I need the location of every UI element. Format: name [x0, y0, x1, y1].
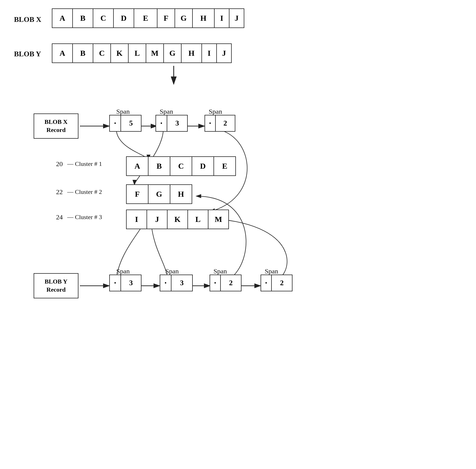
span-y2-label: Span	[165, 268, 179, 275]
blob-x-cell-a: A	[52, 8, 73, 28]
span-x2-label: Span	[160, 108, 173, 115]
blob-x-cell-e: E	[134, 8, 157, 28]
cluster2-label: — Cluster # 2	[67, 188, 102, 196]
cluster1-ref: 20	[56, 160, 63, 168]
span-y3-box: • 2	[210, 275, 242, 291]
blob-y-cell-l: L	[128, 43, 146, 63]
blob-y-cell-i: I	[201, 43, 217, 63]
cluster1-label: — Cluster # 1	[67, 160, 102, 168]
blob-x-cell-i: I	[214, 8, 229, 28]
blob-y-cell-b: B	[72, 43, 93, 63]
span-x1-label: Span	[116, 108, 130, 115]
cluster1-row: A B C D E	[126, 156, 236, 176]
blob-x-cell-j: J	[229, 8, 244, 28]
span-y4-box: • 2	[261, 275, 292, 291]
blob-y-cell-h: H	[181, 43, 202, 63]
blob-x-label: BLOB X	[14, 15, 41, 24]
span-x2-box: • 3	[155, 115, 188, 132]
blob-x-cell-g: G	[175, 8, 193, 28]
span-y1-box: • 3	[109, 275, 141, 291]
blob-y-cell-g: G	[163, 43, 182, 63]
blob-x-cell-b: B	[72, 8, 93, 28]
blob-y-record: BLOB YRecord	[34, 273, 78, 298]
blob-y-cell-k: K	[110, 43, 129, 63]
blob-y-cell-c: C	[93, 43, 111, 63]
blob-x-cell-h: H	[192, 8, 215, 28]
span-x3-box: • 2	[205, 115, 235, 132]
blob-y-cell-a: A	[52, 43, 73, 63]
blob-y-cell-m: M	[146, 43, 164, 63]
blob-y-cell-j: J	[216, 43, 232, 63]
blob-x-cell-d: D	[113, 8, 134, 28]
blob-x-cell-f: F	[157, 8, 175, 28]
cluster3-row: I J K L M	[126, 210, 229, 229]
cluster2-ref: 22	[56, 188, 63, 196]
cluster3-ref: 24	[56, 213, 63, 221]
span-y4-label: Span	[265, 268, 278, 275]
blob-y-row: A B C K L M G H I J	[52, 43, 232, 63]
span-x1-box: • 5	[109, 115, 141, 132]
cluster3-label: — Cluster # 3	[67, 213, 102, 221]
cluster2-row: F G H	[126, 184, 192, 204]
blob-x-record: BLOB XRecord	[34, 113, 78, 139]
span-x3-label: Span	[209, 108, 222, 115]
span-y1-label: Span	[116, 268, 130, 275]
span-y2-box: • 3	[160, 275, 193, 291]
blob-x-row: A B C D E F G H I J	[52, 8, 244, 28]
blob-y-label: BLOB Y	[14, 50, 41, 58]
blob-x-cell-c: C	[93, 8, 114, 28]
span-y3-label: Span	[213, 268, 227, 275]
